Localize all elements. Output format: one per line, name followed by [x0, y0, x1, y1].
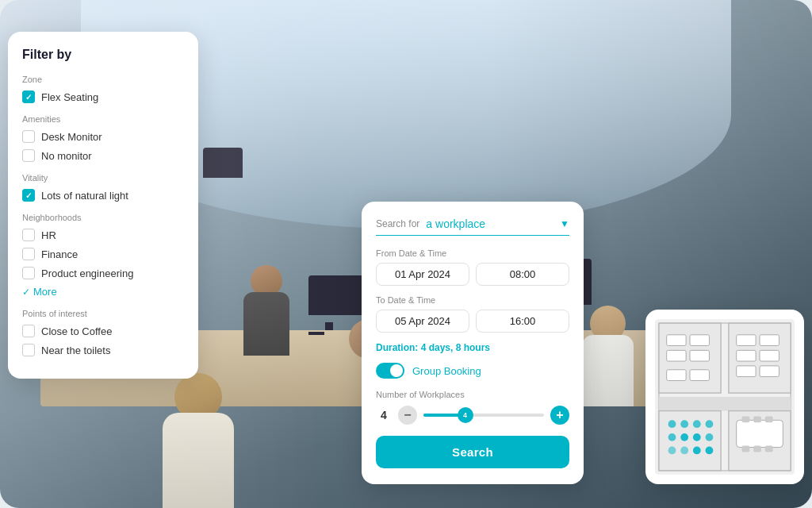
close-coffee-checkbox[interactable] — [22, 325, 35, 337]
duration-text: Duration: 4 days, 8 hours — [376, 342, 569, 353]
svg-rect-16 — [659, 397, 791, 411]
close-coffee-label: Close to Coffee — [41, 325, 112, 337]
amenities-label: Amenities — [22, 114, 184, 124]
chevron-down-icon: ✓ — [22, 287, 30, 298]
svg-point-20 — [693, 420, 701, 428]
svg-point-29 — [706, 447, 714, 455]
svg-rect-32 — [742, 416, 750, 422]
svg-rect-12 — [737, 350, 756, 361]
svg-rect-3 — [667, 335, 686, 346]
finance-item[interactable]: Finance — [22, 248, 184, 260]
svg-point-18 — [668, 420, 676, 428]
stepper-minus-button[interactable]: − — [398, 406, 417, 425]
workplaces-label: Number of Workplaces — [376, 390, 569, 399]
svg-point-27 — [680, 447, 688, 455]
to-time-field[interactable]: 16:00 — [476, 310, 569, 333]
svg-rect-8 — [690, 370, 709, 381]
natural-light-label: Lots of natural light — [41, 190, 128, 202]
stepper-row: 4 − 4 + — [376, 406, 569, 425]
from-date-row: 01 Apr 2024 08:00 — [376, 263, 569, 286]
svg-rect-35 — [742, 446, 750, 452]
hr-label: HR — [41, 229, 56, 241]
svg-rect-14 — [737, 366, 756, 377]
search-for-value[interactable]: a workplace — [426, 217, 553, 230]
flex-seating-item[interactable]: Flex Seating — [22, 90, 184, 103]
svg-point-25 — [706, 433, 714, 441]
svg-rect-13 — [760, 350, 779, 361]
svg-rect-34 — [765, 416, 773, 422]
svg-point-19 — [680, 420, 688, 428]
from-date-field[interactable]: 01 Apr 2024 — [376, 263, 469, 286]
svg-rect-31 — [737, 420, 783, 447]
near-toilets-checkbox[interactable] — [22, 344, 35, 356]
neighborhoods-label: Neighborhoods — [22, 213, 184, 222]
flex-seating-label: Flex Seating — [41, 91, 98, 103]
natural-light-item[interactable]: Lots of natural light — [22, 189, 184, 202]
svg-rect-33 — [753, 416, 761, 422]
group-booking-row: Group Booking — [376, 363, 569, 379]
booking-panel: Search for a workplace ▼ From Date & Tim… — [362, 202, 584, 484]
product-engineering-item[interactable]: Product engineering — [22, 267, 184, 279]
floor-plan-panel — [645, 310, 804, 484]
svg-point-22 — [668, 433, 676, 441]
more-label: More — [33, 286, 57, 298]
desk-monitor-checkbox[interactable] — [22, 130, 35, 143]
stepper-thumb[interactable]: 4 — [458, 407, 473, 423]
search-for-prefix: Search for — [376, 218, 419, 229]
svg-rect-15 — [760, 366, 779, 377]
no-monitor-label: No monitor — [41, 150, 92, 162]
near-toilets-item[interactable]: Near the toilets — [22, 344, 184, 356]
no-monitor-item[interactable]: No monitor — [22, 149, 184, 162]
hr-item[interactable]: HR — [22, 229, 184, 241]
svg-rect-6 — [690, 350, 709, 361]
search-button[interactable]: Search — [376, 436, 569, 468]
finance-checkbox[interactable] — [22, 248, 35, 260]
group-booking-toggle[interactable] — [376, 363, 404, 379]
more-link[interactable]: ✓ More — [22, 286, 184, 298]
svg-rect-11 — [760, 335, 779, 346]
svg-rect-10 — [737, 335, 756, 346]
zone-label: Zone — [22, 75, 184, 84]
svg-point-26 — [668, 447, 676, 455]
filter-panel: Filter by Zone Flex Seating Amenities De… — [8, 32, 198, 379]
desk-monitor-item[interactable]: Desk Monitor — [22, 130, 184, 143]
to-date-row: 05 Apr 2024 16:00 — [376, 310, 569, 333]
svg-rect-37 — [765, 446, 773, 452]
to-date-label: To Date & Time — [376, 295, 569, 305]
from-date-label: From Date & Time — [376, 248, 569, 258]
svg-point-21 — [706, 420, 714, 428]
search-for-row: Search for a workplace ▼ — [376, 217, 569, 236]
filter-title: Filter by — [22, 48, 184, 62]
finance-label: Finance — [41, 248, 78, 260]
svg-point-23 — [680, 433, 688, 441]
product-engineering-label: Product engineering — [41, 267, 133, 279]
svg-point-24 — [693, 433, 701, 441]
near-toilets-label: Near the toilets — [41, 344, 110, 356]
from-time-field[interactable]: 08:00 — [476, 263, 569, 286]
natural-light-checkbox[interactable] — [22, 189, 35, 202]
svg-rect-36 — [753, 446, 761, 452]
floor-plan-svg — [655, 319, 795, 475]
flex-seating-checkbox[interactable] — [22, 90, 35, 103]
desk-monitor-label: Desk Monitor — [41, 131, 102, 143]
hr-checkbox[interactable] — [22, 229, 35, 241]
search-dropdown-icon[interactable]: ▼ — [560, 218, 569, 229]
svg-point-28 — [693, 447, 701, 455]
vitality-label: Vitality — [22, 173, 184, 183]
stepper-plus-button[interactable]: + — [550, 406, 569, 425]
no-monitor-checkbox[interactable] — [22, 149, 35, 162]
svg-rect-5 — [667, 350, 686, 361]
svg-rect-17 — [659, 411, 721, 471]
points-label: Points of interest — [22, 309, 184, 318]
stepper-value: 4 — [376, 409, 392, 421]
group-booking-label: Group Booking — [412, 365, 481, 377]
svg-rect-7 — [667, 370, 686, 381]
svg-rect-4 — [690, 335, 709, 346]
to-date-field[interactable]: 05 Apr 2024 — [376, 310, 469, 333]
stepper-track[interactable]: 4 — [423, 414, 544, 417]
product-engineering-checkbox[interactable] — [22, 267, 35, 279]
close-coffee-item[interactable]: Close to Coffee — [22, 325, 184, 337]
stepper-fill — [423, 414, 460, 417]
